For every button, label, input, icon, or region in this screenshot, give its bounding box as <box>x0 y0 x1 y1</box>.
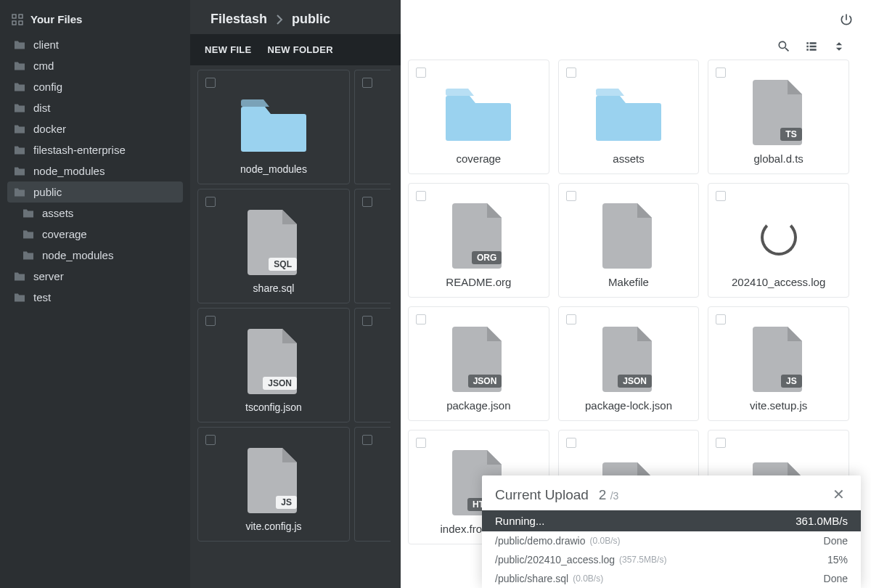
upload-header: Current Upload 2 /3 ✕ <box>482 475 861 510</box>
sidebar-item-coverage[interactable]: coverage <box>7 224 183 245</box>
upload-row: /public/demo.drawio(0.0B/s)Done <box>482 531 861 550</box>
sidebar-item-test[interactable]: test <box>7 287 183 308</box>
top-bar <box>401 0 871 39</box>
sidebar-title: Your Files <box>30 13 82 25</box>
sidebar-item-assets[interactable]: assets <box>7 203 183 224</box>
file-label: package.json <box>446 399 510 412</box>
file-tile[interactable]: JSONpackage.json <box>408 306 549 421</box>
checkbox[interactable] <box>416 191 426 201</box>
checkbox[interactable] <box>362 316 372 326</box>
folder-icon <box>13 82 26 92</box>
sidebar-item-dist[interactable]: dist <box>7 97 183 118</box>
sidebar-item-node_modules[interactable]: node_modules <box>7 245 183 266</box>
file-tile[interactable]: 202410_access.log <box>708 183 849 298</box>
checkbox[interactable] <box>716 438 726 448</box>
checkbox[interactable] <box>566 191 576 201</box>
checkbox[interactable] <box>716 191 726 201</box>
upload-running-label: Running... <box>495 515 544 527</box>
upload-path: /public/demo.drawio <box>495 535 586 547</box>
sidebar-item-server[interactable]: server <box>7 266 183 287</box>
breadcrumb-root[interactable]: Filestash <box>210 12 267 27</box>
upload-done: 2 <box>599 487 607 502</box>
new-folder-button[interactable]: NEW FOLDER <box>268 44 333 55</box>
sidebar-item-filestash-enterprise[interactable]: filestash-enterprise <box>7 139 183 160</box>
list-view-icon[interactable] <box>804 39 819 54</box>
file-tile[interactable]: coverage <box>408 60 549 174</box>
new-file-button[interactable]: NEW FILE <box>205 44 252 55</box>
sidebar-item-label: assets <box>42 207 73 219</box>
upload-total: /3 <box>610 490 619 502</box>
upload-rows: /public/demo.drawio(0.0B/s)Done/public/2… <box>482 531 861 588</box>
file-label: README.org <box>446 276 511 288</box>
svg-rect-2 <box>12 21 16 25</box>
file-tile[interactable]: Makefile <box>558 183 700 298</box>
sidebar-item-label: filestash-enterprise <box>33 144 126 156</box>
checkbox[interactable] <box>362 78 372 88</box>
checkbox[interactable] <box>716 314 726 324</box>
file-tile[interactable]: JSONtsconfig.json <box>197 308 350 422</box>
sidebar-item-config[interactable]: config <box>7 76 183 97</box>
checkbox[interactable] <box>716 68 726 78</box>
file-label: node_modules <box>240 163 307 175</box>
sidebar-item-client[interactable]: client <box>7 34 183 55</box>
search-icon[interactable] <box>777 39 791 54</box>
folder-icon <box>13 187 26 197</box>
sort-icon[interactable] <box>832 39 846 54</box>
upload-path: /public/share.sql <box>495 573 568 584</box>
checkbox[interactable] <box>566 68 576 78</box>
sidebar-item-label: server <box>33 270 64 282</box>
file-tile-partial[interactable] <box>354 308 390 422</box>
file-tile[interactable]: node_modules <box>197 70 350 184</box>
file-tile[interactable]: JSvite.setup.js <box>708 306 849 421</box>
app-root: Your Files clientcmdconfigdistdockerfile… <box>0 0 871 588</box>
upload-speed: (0.0B/s) <box>573 573 603 584</box>
folder-icon <box>13 40 26 50</box>
light-file-panel: coverageassetsTSglobal.d.tsORGREADME.org… <box>401 0 871 588</box>
checkbox[interactable] <box>566 438 576 448</box>
file-tile[interactable]: ORGREADME.org <box>408 183 549 298</box>
checkbox[interactable] <box>362 197 372 207</box>
breadcrumb: Filestash public <box>190 0 401 34</box>
checkbox[interactable] <box>566 314 576 324</box>
folder-icon <box>13 145 26 155</box>
file-tile[interactable]: TSglobal.d.ts <box>708 60 849 174</box>
file-tile[interactable]: JSONpackage-lock.json <box>558 306 700 421</box>
folder-tree: clientcmdconfigdistdockerfilestash-enter… <box>7 34 183 308</box>
file-label: Makefile <box>608 276 649 288</box>
file-label: assets <box>613 152 644 165</box>
sidebar-item-label: dist <box>33 102 50 114</box>
checkbox[interactable] <box>416 438 426 448</box>
sidebar-item-label: node_modules <box>42 249 113 261</box>
sidebar-item-cmd[interactable]: cmd <box>7 55 183 76</box>
upload-count: 2 /3 <box>599 487 619 503</box>
power-icon[interactable] <box>839 12 854 27</box>
file-tile-partial[interactable] <box>354 70 390 184</box>
close-icon[interactable]: ✕ <box>830 486 848 503</box>
checkbox[interactable] <box>205 78 216 88</box>
file-label: package-lock.json <box>585 399 672 412</box>
folder-icon <box>13 61 26 71</box>
checkbox[interactable] <box>205 197 216 207</box>
file-tile[interactable]: SQLshare.sql <box>197 189 350 303</box>
checkbox[interactable] <box>205 435 216 445</box>
file-tile[interactable]: assets <box>558 60 700 174</box>
folder-icon <box>22 208 35 219</box>
checkbox[interactable] <box>416 68 426 78</box>
checkbox[interactable] <box>362 435 372 445</box>
loading-spinner-icon <box>761 219 797 256</box>
sidebar-item-node_modules[interactable]: node_modules <box>7 160 183 181</box>
upload-status: Done <box>824 573 848 584</box>
folder-icon <box>13 271 26 282</box>
file-label: vite.config.js <box>245 520 301 532</box>
checkbox[interactable] <box>205 316 216 326</box>
sidebar-item-docker[interactable]: docker <box>7 118 183 139</box>
file-tile-partial[interactable] <box>354 427 390 542</box>
view-toolbar <box>401 39 871 60</box>
file-tile-partial[interactable] <box>354 189 390 303</box>
sidebar-item-public[interactable]: public <box>7 181 183 203</box>
dark-file-grid: node_modulesSQLshare.sqlJSONtsconfig.jso… <box>190 65 401 549</box>
file-tile[interactable]: JSvite.config.js <box>197 427 350 542</box>
checkbox[interactable] <box>416 314 426 324</box>
folder-icon <box>13 103 26 113</box>
action-bar: NEW FILE NEW FOLDER <box>190 34 401 65</box>
